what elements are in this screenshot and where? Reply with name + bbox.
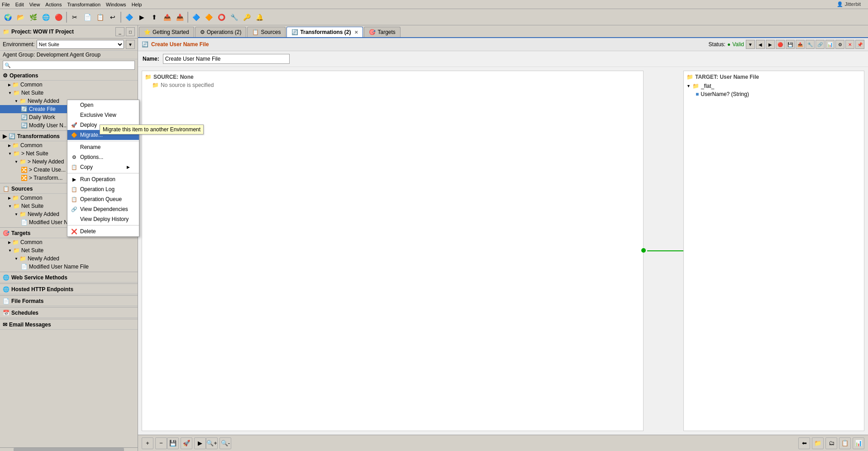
toolbar-btn-11[interactable]: 🔶 [203, 11, 215, 23]
tgt-modified[interactable]: 📄 Modified User Name File [0, 263, 138, 271]
section-email-header[interactable]: ✉ Email Messages [0, 320, 138, 330]
bottom-run-btn[interactable]: ▶ [194, 437, 206, 449]
ctx-delete-icon: ❌ [71, 229, 77, 235]
ctx-options[interactable]: ⚙ Options... [67, 152, 139, 162]
bottom-right-2[interactable]: 📁 [812, 437, 824, 449]
bottom-add-btn[interactable]: + [142, 437, 153, 449]
ops-netsuite[interactable]: ▼ 📁 Net Suite [0, 89, 138, 97]
toolbar-btn-cut[interactable]: ✂ [69, 11, 81, 23]
search-input[interactable] [3, 61, 135, 70]
ctx-copy[interactable]: 📋 Copy ▶ [67, 162, 139, 172]
ctx-delete[interactable]: ❌ Delete [67, 226, 139, 236]
minimize-btn[interactable]: _ [115, 27, 124, 36]
folder-icon: 📁 [19, 158, 26, 165]
toolbar-btn-9[interactable]: 📥 [174, 11, 186, 23]
environment-row: Environment: Net Suite ▼ [0, 38, 138, 51]
header-btn-5[interactable]: 📤 [796, 40, 805, 49]
header-btn-9[interactable]: ⚙ [835, 40, 844, 49]
toolbar-btn-paste[interactable]: 📋 [94, 11, 106, 23]
ops-common[interactable]: ▶ 📁 Common [0, 81, 138, 89]
ctx-rename[interactable]: Rename [67, 142, 139, 152]
bottom-minus-btn[interactable]: − [155, 437, 167, 449]
toolbar-btn-run[interactable]: 🔴 [52, 11, 64, 23]
menu-help[interactable]: Help [132, 2, 142, 7]
ff-label: File Formats [11, 298, 43, 304]
environment-select[interactable]: Net Suite [37, 40, 124, 49]
menu-file[interactable]: File [2, 2, 10, 7]
toolbar-btn-10[interactable]: 🔷 [190, 11, 202, 23]
header-btn-7[interactable]: 🔗 [816, 40, 825, 49]
ctx-run-op[interactable]: ▶ Run Operation [67, 174, 139, 184]
toolbar-btn-5[interactable]: 🔷 [123, 11, 135, 23]
header-btn-pin[interactable]: 📌 [855, 40, 864, 49]
ctx-deploy-history[interactable]: View Deploy History [67, 214, 139, 224]
source-sub: 📁 No source is specified [145, 82, 640, 88]
toolbar-btn-7[interactable]: ⬆ [148, 11, 160, 23]
ctx-open[interactable]: Open [67, 100, 139, 110]
name-input[interactable] [163, 54, 290, 64]
header-btn-1[interactable]: ◀ [756, 40, 765, 49]
maximize-btn[interactable]: □ [126, 27, 135, 36]
section-operations-header[interactable]: ⚙ Operations [0, 71, 138, 81]
menu-windows[interactable]: Windows [106, 2, 126, 7]
section-ff-header[interactable]: 📄 File Formats [0, 297, 138, 306]
section-http-header[interactable]: 🌐 Hosted HTTP Endpoints [0, 285, 138, 294]
ctx-op-log[interactable]: 📋 Operation Log [67, 184, 139, 194]
tab-operations[interactable]: ⚙ Operations (2) [195, 27, 247, 37]
header-btn-3[interactable]: 🔴 [776, 40, 785, 49]
toolbar-btn-15[interactable]: 🔔 [253, 11, 265, 23]
tab-transformations[interactable]: 🔄 Transformations (2) ✕ [286, 27, 363, 37]
ctx-view-deps[interactable]: 🔗 View Dependencies [67, 204, 139, 214]
status-dropdown[interactable]: ▼ [746, 40, 755, 49]
status-value: Valid [732, 41, 744, 48]
bottom-right-5[interactable]: 📊 [853, 437, 864, 449]
bottom-right-4[interactable]: 📋 [839, 437, 851, 449]
toolbar-btn-new[interactable]: 🌍 [2, 11, 14, 23]
header-btn-2[interactable]: ▶ [766, 40, 775, 49]
zoom-in-btn[interactable]: 🔍+ [206, 437, 218, 449]
tgt-netsuite[interactable]: ▼ 📁 Net Suite [0, 246, 138, 254]
toolbar-btn-14[interactable]: 🔑 [241, 11, 253, 23]
toolbar-btn-copy-tool[interactable]: 📄 [81, 11, 93, 23]
section-sch-header[interactable]: 📅 Schedules [0, 308, 138, 318]
tab-icon: 📋 [252, 29, 259, 35]
toolbar-btn-undo[interactable]: ↩ [107, 11, 119, 23]
ctx-op-queue[interactable]: 📋 Operation Queue [67, 194, 139, 204]
zoom-out-btn[interactable]: 🔍- [219, 437, 231, 449]
triangle-icon: ▶ [8, 144, 11, 148]
target-field-row: ■ UserName? (String) [687, 90, 861, 98]
header-btn-close[interactable]: ✕ [845, 40, 854, 49]
toolbar-btn-deploy[interactable]: 🌐 [40, 11, 52, 23]
bottom-deploy-btn[interactable]: 🚀 [181, 437, 192, 449]
toolbar-btn-save[interactable]: 🌿 [27, 11, 39, 23]
toolbar-btn-open[interactable]: 📂 [14, 11, 26, 23]
toolbar-btn-8[interactable]: 📤 [161, 11, 173, 23]
menu-view[interactable]: View [29, 2, 40, 7]
tab-label: Sources [261, 29, 281, 35]
toolbar-btn-13[interactable]: 🔧 [228, 11, 240, 23]
tgt-newly[interactable]: ▼ 📁 Newly Added [0, 254, 138, 263]
ctx-exclusive-view[interactable]: Exclusive View [67, 110, 139, 120]
toolbar: 🌍 📂 🌿 🌐 🔴 ✂ 📄 📋 ↩ 🔷 ▶ ⬆ 📤 📥 🔷 🔶 ⭕ 🔧 🔑 🔔 [0, 9, 868, 25]
menu-edit[interactable]: Edit [15, 2, 24, 7]
menu-actions[interactable]: Actions [45, 2, 62, 7]
env-btn[interactable]: ▼ [126, 40, 135, 49]
bottom-right-1[interactable]: ⬅ [798, 437, 810, 449]
tab-targets[interactable]: 🎯 Targets [364, 27, 400, 37]
tab-close-icon[interactable]: ✕ [354, 30, 358, 35]
header-btn-6[interactable]: 🔧 [806, 40, 815, 49]
tgt-common[interactable]: ▶ 📁 Common [0, 238, 138, 246]
toolbar-btn-12[interactable]: ⭕ [215, 11, 227, 23]
target-header: 📁 TARGET: User Name File [687, 74, 861, 80]
toolbar-btn-6[interactable]: ▶ [136, 11, 148, 23]
header-btn-4[interactable]: 💾 [786, 40, 795, 49]
menu-transformation[interactable]: Transformation [67, 2, 100, 7]
bottom-left-btns: + − [142, 437, 167, 449]
bottom-save-btn[interactable]: 💾 [167, 437, 179, 449]
tab-getting-started[interactable]: ⭐ Getting Started [139, 27, 194, 37]
section-web-header[interactable]: 🌐 Web Service Methods [0, 273, 138, 283]
tab-sources[interactable]: 📋 Sources [247, 27, 286, 37]
header-btn-8[interactable]: 📊 [825, 40, 835, 49]
agent-value: Development Agent Group [37, 52, 100, 58]
bottom-right-3[interactable]: 🗂 [825, 437, 837, 449]
